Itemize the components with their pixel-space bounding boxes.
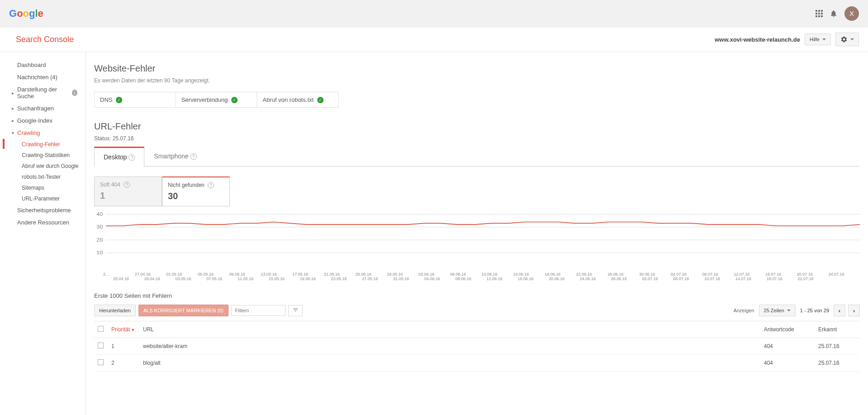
error-type-notfound[interactable]: Nicht gefunden ? 30 — [162, 176, 230, 206]
check-icon: ✓ — [231, 97, 238, 103]
settings-button[interactable] — [835, 33, 859, 46]
tab-desktop[interactable]: Desktop? — [94, 147, 144, 167]
cell-url: blog/alt — [139, 355, 760, 372]
help-icon: ? — [191, 153, 197, 160]
svg-text:10: 10 — [96, 250, 103, 256]
sidebar-item-other-resources[interactable]: Andere Ressourcen — [0, 216, 86, 229]
svg-text:20: 20 — [96, 237, 103, 243]
row-checkbox[interactable] — [98, 343, 104, 348]
sidebar: Dashboard Nachrichten (4) Darstellung de… — [0, 52, 86, 415]
pager-text: 1 - 25 von 29 — [800, 308, 829, 313]
sidebar-sub-crawl-errors[interactable]: Crawling-Fehler — [0, 139, 86, 150]
sidebar-item-crawling[interactable]: Crawling — [0, 127, 86, 139]
sidebar-sub-fetch-as-google[interactable]: Abruf wie durch Google — [0, 161, 86, 172]
bell-icon[interactable] — [830, 10, 838, 18]
sidebar-sub-sitemaps[interactable]: Sitemaps — [0, 182, 86, 193]
sidebar-item-search-appearance[interactable]: Darstellung der Suchei — [0, 83, 86, 102]
funnel-icon — [292, 307, 299, 313]
cell-priority: 2 — [108, 355, 139, 372]
check-icon: ✓ — [116, 97, 122, 103]
cell-code: 404 — [760, 355, 815, 372]
check-icon: ✓ — [317, 97, 324, 103]
status-line: Status: 25.07.16 — [94, 135, 860, 142]
table-row[interactable]: 1 website/alter-kram 404 25.07.16 — [94, 338, 860, 355]
cell-url: website/alter-kram — [139, 338, 760, 355]
error-type-soft404[interactable]: Soft 404 ? 1 — [94, 176, 162, 206]
chart: 10203040 2...27.04.1601.05.1605.05.1609.… — [94, 212, 860, 281]
site-errors-title: Website-Fehler — [94, 63, 860, 74]
col-url[interactable]: URL — [139, 321, 760, 338]
help-button[interactable]: Hilfe — [805, 33, 831, 45]
rows-per-page-select[interactable]: 25 Zeilen — [759, 305, 796, 316]
tab-smartphone[interactable]: Smartphone? — [144, 147, 206, 167]
cell-detected: 25.07.16 — [815, 355, 860, 372]
help-icon: ? — [208, 182, 214, 188]
property-domain[interactable]: www.xovi-website-relaunch.de — [715, 36, 800, 43]
apps-icon[interactable] — [816, 10, 823, 17]
site-errors-subtitle: Es werden Daten der letzten 90 Tage ange… — [94, 77, 860, 84]
pager-prev-button[interactable]: ‹ — [834, 305, 845, 316]
mark-fixed-button[interactable]: ALS KORRIGIERT MARKIEREN (0) — [138, 305, 229, 316]
avatar-letter: X — [849, 10, 854, 17]
row-checkbox[interactable] — [98, 359, 104, 365]
status-dns[interactable]: DNS✓ — [95, 92, 176, 107]
col-detected[interactable]: Erkannt — [815, 321, 860, 338]
url-errors-title: URL-Fehler — [94, 121, 860, 132]
pager-next-button[interactable]: › — [848, 305, 860, 316]
svg-text:40: 40 — [96, 212, 103, 217]
show-label: Anzeigen — [734, 308, 754, 313]
cell-detected: 25.07.16 — [815, 338, 860, 355]
table-row[interactable]: 2 blog/alt 404 25.07.16 — [94, 355, 860, 372]
status-server[interactable]: Serververbindung✓ — [176, 92, 258, 107]
table-title: Erste 1000 Seiten mit Fehlern — [94, 292, 860, 299]
help-icon: ? — [124, 181, 130, 188]
col-priority[interactable]: Priorität▼ — [108, 321, 139, 338]
cell-code: 404 — [760, 338, 815, 355]
help-icon: ? — [129, 154, 135, 161]
avatar[interactable]: X — [844, 6, 859, 21]
errors-table: Priorität▼ URL Antwortcode Erkannt 1 web… — [94, 321, 860, 372]
sidebar-sub-url-parameters[interactable]: URL-Parameter — [0, 193, 86, 204]
svg-text:30: 30 — [96, 224, 103, 230]
select-all-checkbox[interactable] — [98, 326, 104, 332]
sidebar-item-google-index[interactable]: Google-Index — [0, 114, 86, 127]
gear-icon — [840, 36, 848, 43]
sidebar-item-dashboard[interactable]: Dashboard — [0, 59, 86, 71]
download-button[interactable]: Herunterladen — [94, 305, 136, 316]
sidebar-item-security[interactable]: Sicherheitsprobleme — [0, 204, 86, 216]
filter-icon-button[interactable] — [288, 305, 303, 316]
filter-input[interactable] — [231, 305, 286, 316]
info-icon: i — [72, 90, 77, 96]
sidebar-item-search-queries[interactable]: Suchanfragen — [0, 102, 86, 114]
col-responsecode[interactable]: Antwortcode — [760, 321, 815, 338]
google-logo[interactable]: Google — [9, 8, 43, 19]
product-title: Search Console — [16, 35, 74, 44]
sidebar-sub-crawl-stats[interactable]: Crawling-Statistiken — [0, 150, 86, 161]
sidebar-item-messages[interactable]: Nachrichten (4) — [0, 71, 86, 83]
cell-priority: 1 — [108, 338, 139, 355]
status-robots[interactable]: Abruf von robots.txt✓ — [257, 92, 338, 107]
sidebar-sub-robots-tester[interactable]: robots.txt-Tester — [0, 172, 86, 182]
